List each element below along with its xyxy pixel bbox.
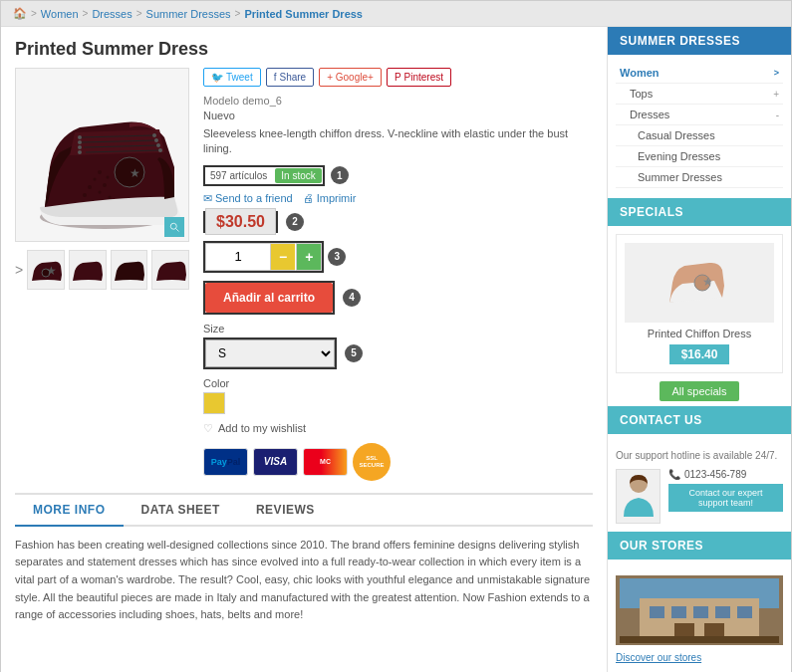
svg-text:★: ★	[702, 275, 713, 289]
breadcrumb-summer-dresses[interactable]: Summer Dresses	[146, 8, 231, 20]
price-box: $30.50	[203, 211, 278, 233]
pinterest-button[interactable]: P Pinterest	[387, 68, 451, 87]
sidebar-item-dresses[interactable]: Dresses -	[616, 105, 783, 125]
sidebar-summer-dresses-header: SUMMER DRESSES	[608, 27, 791, 55]
svg-point-7	[78, 135, 82, 139]
visa-payment-icon: VISA	[253, 448, 298, 476]
annotation-5: 5	[345, 344, 363, 362]
svg-rect-44	[620, 636, 779, 643]
send-friend-link[interactable]: ✉ Send to a friend	[203, 192, 293, 205]
wishlist-label: Add to my wishlist	[218, 422, 306, 434]
cart-box: Añadir al carrito	[203, 281, 335, 315]
pinterest-icon: P	[395, 72, 401, 83]
tabs-area: MORE INFO DATA SHEET REVIEWS Fashion has…	[15, 493, 593, 634]
google-button[interactable]: + Google+	[319, 68, 382, 87]
special-shoe-image: ★	[664, 248, 734, 318]
product-price: $30.50	[205, 208, 276, 235]
payment-icons: PayPal VISA MC SSLSECURE	[203, 443, 593, 481]
sidebar-item-tops[interactable]: Tops +	[616, 84, 783, 105]
send-print-area: ✉ Send to a friend 🖨 Imprimir	[203, 192, 593, 205]
thumbnail-4[interactable]	[151, 250, 189, 290]
add-to-cart-button[interactable]: Añadir al carrito	[205, 283, 333, 313]
svg-point-14	[158, 148, 162, 152]
quantity-input[interactable]	[205, 243, 270, 271]
sidebar-item-women-label: Women	[620, 67, 660, 79]
sidebar-specials: SPECIALS ★ Printed Chiffon Dress $16.40	[608, 198, 791, 401]
sidebar-item-evening-dresses[interactable]: Evening Dresses	[616, 146, 783, 167]
tab-more-info[interactable]: MORE INFO	[15, 495, 124, 527]
contact-info: 📞 0123-456-789 Contact our expert suppor…	[668, 469, 783, 512]
qty-box: − +	[203, 241, 324, 273]
contact-description: Our support hotline is available 24/7.	[616, 450, 783, 461]
tab-content: Fashion has been creating well-designed …	[15, 527, 593, 634]
main-product-image: ★	[15, 68, 189, 242]
color-swatch-yellow[interactable]	[203, 392, 225, 414]
sidebar-item-women[interactable]: Women >	[616, 63, 783, 84]
svg-rect-40	[715, 606, 730, 618]
quantity-increase-button[interactable]: +	[296, 243, 322, 271]
contact-person: 📞 0123-456-789 Contact our expert suppor…	[616, 469, 783, 524]
svg-rect-39	[693, 606, 708, 618]
sidebar-stores-header: OUR STORES	[608, 532, 791, 560]
contact-avatar	[616, 469, 660, 524]
breadcrumb-dresses[interactable]: Dresses	[92, 8, 132, 20]
phone-icon: 📞	[668, 469, 680, 480]
special-product-image: ★	[625, 243, 774, 323]
sidebar-item-tops-label: Tops	[630, 88, 653, 100]
svg-point-8	[78, 140, 82, 144]
in-stock-badge: In stock	[275, 168, 321, 183]
heart-icon: ♡	[203, 422, 213, 435]
sidebar-contact-header: CONTACT US	[608, 406, 791, 434]
tab-data-sheet[interactable]: DATA SHEET	[124, 495, 238, 525]
sidebar-specials-header: SPECIALS	[608, 198, 791, 226]
svg-point-10	[78, 150, 82, 154]
annotation-2: 2	[286, 213, 304, 231]
wishlist-area[interactable]: ♡ Add to my wishlist	[203, 422, 593, 435]
product-details: 🐦 Tweet f Share + Google+ P Pinterest	[203, 68, 593, 493]
all-specials-button[interactable]: All specials	[660, 381, 738, 401]
tab-reviews[interactable]: REVIEWS	[238, 495, 333, 525]
print-link[interactable]: 🖨 Imprimir	[303, 192, 357, 204]
thumbnail-3[interactable]	[111, 250, 148, 290]
magnify-button[interactable]	[164, 217, 184, 237]
sidebar: SUMMER DRESSES Women > Tops + Dresses -	[607, 27, 791, 672]
svg-point-9	[78, 145, 82, 149]
breadcrumb-active: Printed Summer Dress	[244, 8, 363, 20]
sidebar-item-summer-dresses[interactable]: Summer Dresses	[616, 167, 783, 188]
svg-point-21	[83, 193, 87, 197]
breadcrumb-women[interactable]: Women	[41, 8, 79, 20]
sidebar-item-casual-dresses[interactable]: Casual Dresses	[616, 125, 783, 146]
price-area: $30.50 2	[203, 211, 593, 233]
special-product-card: ★ Printed Chiffon Dress $16.40	[616, 234, 783, 373]
svg-point-11	[152, 133, 156, 137]
facebook-button[interactable]: f Share	[266, 68, 314, 87]
home-icon[interactable]: 🏠	[13, 7, 27, 20]
svg-point-23	[170, 223, 176, 229]
color-area: Color	[203, 377, 593, 414]
thumbnail-1[interactable]: ★	[27, 250, 65, 290]
twitter-icon: 🐦	[211, 72, 223, 83]
product-description: Sleeveless knee-length chiffon dress. V-…	[203, 126, 593, 157]
size-box: S M L XL	[203, 337, 337, 369]
tweet-button[interactable]: 🐦 Tweet	[203, 68, 261, 87]
condition: Nuevo	[203, 110, 593, 121]
contact-support-button[interactable]: Contact our expert support team!	[668, 484, 783, 512]
sidebar-stores: OUR STORES	[608, 532, 791, 672]
special-product-price: $16.40	[669, 344, 730, 364]
thumbnail-2[interactable]	[69, 250, 107, 290]
quantity-decrease-button[interactable]: −	[270, 243, 296, 271]
size-area: Size S M L XL 5	[203, 323, 593, 369]
svg-rect-38	[671, 606, 686, 618]
thumb-prev-arrow[interactable]: >	[15, 262, 23, 278]
sidebar-item-evening-label: Evening Dresses	[638, 150, 720, 162]
ssl-icon: SSLSECURE	[353, 443, 391, 481]
size-label: Size	[203, 323, 593, 335]
svg-line-24	[176, 229, 179, 232]
discover-stores-link[interactable]: Discover our stores	[616, 652, 701, 663]
svg-point-12	[154, 138, 158, 142]
building-illustration	[620, 578, 779, 643]
size-select[interactable]: S M L XL	[205, 339, 335, 367]
svg-text:★: ★	[130, 166, 140, 180]
breadcrumb: 🏠 > Women > Dresses > Summer Dresses > P…	[1, 1, 791, 27]
sidebar-summer-dresses: SUMMER DRESSES Women > Tops + Dresses -	[608, 27, 791, 188]
